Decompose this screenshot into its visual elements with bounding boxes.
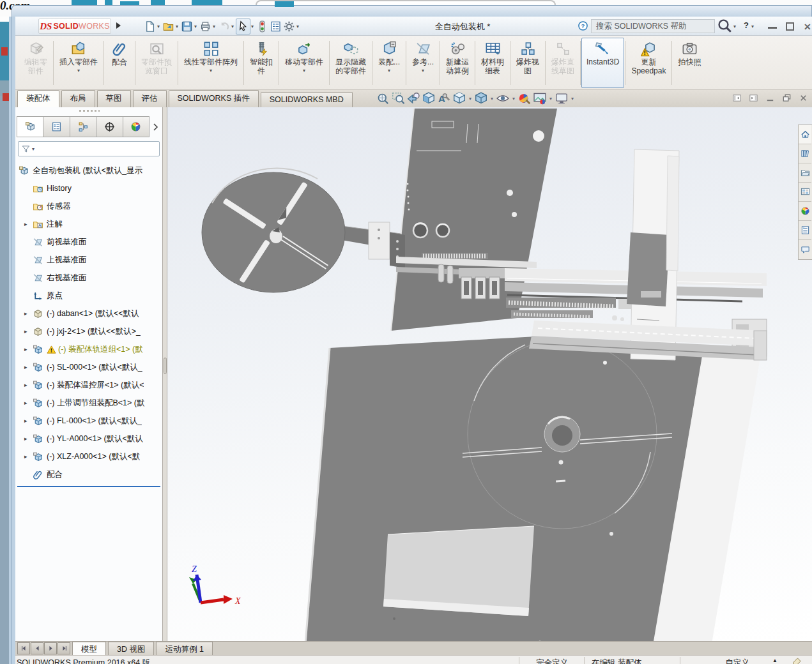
new-motion-study-button[interactable]: 新建运 动算例	[441, 38, 474, 88]
status-tag-icon[interactable]	[792, 657, 802, 664]
collapse-left-pane-button[interactable]	[732, 93, 742, 103]
mate-button[interactable]: 配合	[105, 38, 134, 88]
minimize-button[interactable]	[768, 27, 777, 29]
print-button[interactable]	[199, 19, 212, 34]
insert-component-button[interactable]: 插入零部件▾	[54, 38, 103, 88]
panel-tab-propertymanager[interactable]	[43, 116, 70, 137]
panel-tab-dimxpertmanager[interactable]	[96, 116, 123, 137]
section-view-button[interactable]	[422, 91, 436, 105]
assembly-features-button[interactable]: 装配...▾	[373, 38, 405, 88]
panel-tab-featuremanager-tree[interactable]	[17, 116, 43, 137]
command-tab-布局[interactable]: 布局	[61, 90, 95, 107]
tree-item[interactable]: 上视基准面	[15, 251, 162, 269]
options-button[interactable]	[282, 19, 296, 34]
reference-geometry-button[interactable]: 参考...▾	[407, 38, 439, 88]
file-properties-button[interactable]	[269, 19, 282, 34]
tree-item[interactable]: ▸(-) SL-000<1> (默认<默认_	[15, 358, 162, 376]
rollback-bar[interactable]	[17, 486, 160, 487]
expand-caret-icon[interactable]: ▸	[24, 382, 33, 388]
exploded-view-button[interactable]: 爆炸视 图	[511, 38, 544, 88]
maximize-button[interactable]	[786, 22, 794, 31]
view-settings-button[interactable]	[555, 91, 569, 105]
taskpane-solidworks-forum[interactable]	[799, 240, 811, 259]
view-orientation-button[interactable]	[452, 91, 466, 105]
dropdown-caret[interactable]: ▾	[210, 68, 212, 73]
filter-funnel-icon[interactable]	[21, 144, 31, 154]
filter-dropdown-caret[interactable]: ▾	[32, 146, 34, 152]
panel-splitter-handle[interactable]	[164, 358, 167, 374]
display-style-dropdown-caret[interactable]: ▾	[491, 96, 493, 102]
annotation-views-button[interactable]: A	[437, 91, 451, 105]
taskpane-custom-properties[interactable]	[799, 221, 811, 240]
document-tab-3D 视图[interactable]: 3D 视图	[108, 642, 154, 655]
open-button[interactable]	[162, 19, 175, 34]
help-icon[interactable]: ?	[578, 20, 588, 31]
tree-item[interactable]: ▸(-) 装配体轨道组<1> (默	[15, 340, 162, 358]
document-tab-模型[interactable]: 模型	[72, 642, 106, 655]
instant3d-button[interactable]: Instant3D	[581, 38, 624, 88]
expand-caret-icon[interactable]: ▸	[24, 400, 33, 406]
document-tab-运动算例 1[interactable]: 运动算例 1	[156, 642, 212, 655]
tree-item[interactable]: 配合	[15, 465, 162, 483]
taskpane-view-palette[interactable]	[799, 183, 811, 202]
tab-nav-first-tab-button[interactable]	[17, 642, 30, 654]
command-tab-评估[interactable]: 评估	[133, 90, 167, 107]
hide-show-items-button[interactable]	[496, 91, 510, 105]
command-tab-SOLIDWORKS 插件[interactable]: SOLIDWORKS 插件	[169, 90, 259, 107]
panel-grip[interactable]	[79, 110, 100, 112]
smart-fasteners-button[interactable]: 智能扣 件	[245, 38, 278, 88]
display-style-button[interactable]	[474, 91, 488, 105]
select-button[interactable]	[236, 19, 250, 34]
close-button[interactable]: ✕	[804, 22, 811, 32]
status-custom-caret[interactable]: ▲	[772, 658, 778, 663]
toolbar-flyout-icon[interactable]	[116, 22, 121, 29]
edit-appearance-button[interactable]	[517, 91, 532, 105]
search-dropdown-caret[interactable]: ▾	[733, 24, 736, 29]
minimize-document-button[interactable]	[765, 93, 775, 103]
view-settings-dropdown-caret[interactable]: ▾	[571, 96, 574, 102]
tree-item[interactable]: 右视基准面	[15, 269, 162, 287]
panel-tab-displaymanager[interactable]	[123, 116, 149, 137]
expand-caret-icon[interactable]: ▸	[24, 453, 33, 460]
command-tab-草图[interactable]: 草图	[97, 90, 131, 107]
status-custom-menu[interactable]: 自定义	[712, 658, 763, 664]
graphics-viewport[interactable]: Z X	[167, 107, 812, 641]
zoom-to-fit-button[interactable]	[376, 91, 390, 105]
expand-caret-icon[interactable]: ▸	[24, 221, 33, 227]
zoom-to-area-button[interactable]	[391, 91, 405, 105]
previous-view-button[interactable]	[406, 91, 420, 105]
save-button[interactable]	[180, 19, 194, 34]
tree-root-item[interactable]: 全自动包装机 (默认<默认_显示	[15, 162, 162, 179]
open-dropdown-caret[interactable]: ▾	[176, 24, 178, 29]
tree-item[interactable]: 传感器	[15, 197, 162, 215]
expand-caret-icon[interactable]: ▸	[24, 418, 33, 424]
take-snapshot-button[interactable]: 拍快照	[673, 38, 706, 88]
tree-item[interactable]: 前视基准面	[15, 233, 162, 251]
options-dropdown-caret[interactable]: ▾	[296, 24, 299, 29]
command-tab-装配体[interactable]: 装配体	[17, 90, 59, 107]
taskpane-design-library[interactable]	[799, 144, 811, 163]
linear-component-pattern-button[interactable]: 线性零部件阵列▾	[179, 38, 243, 88]
restore-document-button[interactable]	[782, 93, 792, 103]
search-input[interactable]: 搜索 SOLIDWORKS 帮助	[591, 19, 715, 33]
tree-item[interactable]: History	[15, 179, 162, 197]
taskpane-solidworks-resources[interactable]	[799, 125, 811, 144]
taskpane-file-explorer[interactable]	[799, 163, 811, 183]
view-orientation-dropdown-caret[interactable]: ▾	[469, 96, 471, 102]
search-icon[interactable]	[717, 18, 732, 33]
tree-item[interactable]: ▸(-) jxj-2<1> (默认<<默认>_	[15, 322, 162, 340]
close-document-button[interactable]	[799, 93, 808, 103]
expand-caret-icon[interactable]: ▸	[24, 310, 33, 317]
help-menu-button[interactable]: ?	[744, 20, 749, 30]
save-dropdown-caret[interactable]: ▾	[194, 24, 197, 29]
apply-scene-button[interactable]	[533, 91, 547, 105]
print-dropdown-caret[interactable]: ▾	[213, 24, 215, 29]
tree-item[interactable]: ▸(-) daban<1> (默认<<默认	[15, 305, 162, 322]
tab-nav-previous-tab-button[interactable]	[31, 642, 43, 654]
rebuild-button[interactable]	[256, 19, 269, 34]
expand-caret-icon[interactable]: ▸	[24, 328, 33, 335]
tree-item[interactable]: ▸(-) FL-000<1> (默认<默认_	[15, 412, 162, 430]
expand-caret-icon[interactable]: ▸	[24, 364, 33, 370]
select-dropdown-caret[interactable]: ▾	[251, 24, 254, 29]
update-speedpak-button[interactable]: 更新 Speedpak	[626, 38, 671, 88]
